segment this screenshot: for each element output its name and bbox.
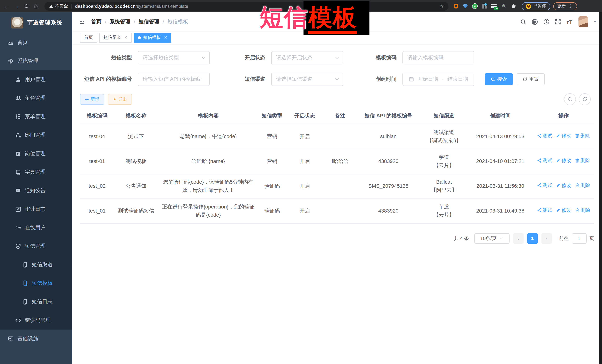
extension-gem-icon[interactable] (463, 4, 468, 8)
font-size-icon[interactable]: TT (566, 19, 573, 25)
table-cell: 验证码 (259, 198, 285, 223)
row-action-删除[interactable]: 删除 (575, 182, 590, 189)
export-button-label: 导出 (118, 96, 127, 102)
sidebar-item-用户管理[interactable]: 用户管理 (0, 70, 72, 89)
browser-reload-button[interactable] (22, 1, 31, 11)
row-action-删除[interactable]: 删除 (575, 132, 590, 140)
add-button-label: 新增 (90, 96, 99, 102)
browser-update-chip[interactable]: 更新 ⋮ (553, 2, 577, 10)
row-action-修改[interactable]: 修改 (556, 207, 571, 214)
next-page-button[interactable]: › (541, 233, 552, 243)
monitor-icon (8, 336, 14, 342)
table-cell-actions: 测试修改删除 (533, 174, 594, 198)
extension-y-icon[interactable]: y (472, 3, 478, 9)
sidebar-item-label: 菜单管理 (25, 113, 46, 120)
row-action-修改[interactable]: 修改 (556, 132, 571, 140)
row-action-修改[interactable]: 修改 (556, 182, 571, 189)
show-search-toggle-button[interactable] (564, 93, 576, 105)
sidebar-item-部门管理[interactable]: 部门管理 (0, 126, 72, 145)
add-button[interactable]: 新增 (80, 94, 104, 105)
row-action-测试[interactable]: 测试 (537, 207, 552, 214)
sidebar: 芋道管理系统 首页系统管理用户管理角色管理菜单管理部门管理岗位管理字典管理通知公… (0, 12, 72, 364)
table-cell: suibian (356, 124, 420, 149)
sidebar-item-短信管理[interactable]: 短信管理 (0, 237, 72, 256)
template-code-input[interactable]: 请输入模板编码 (402, 51, 474, 64)
sidebar-item-label: 通知公告 (25, 187, 46, 194)
extension-magnifier-icon[interactable] (501, 3, 506, 9)
extension-list-icon[interactable]: on (491, 4, 497, 9)
row-action-测试[interactable]: 测试 (537, 182, 552, 189)
sidebar-item-系统管理[interactable]: 系统管理 (0, 52, 72, 70)
open-status-select[interactable]: 请选择开启状态 (271, 51, 343, 64)
profile-paused-chip[interactable]: 已暂停 (522, 2, 550, 10)
search-icon[interactable] (520, 19, 526, 25)
reset-button[interactable]: 重置 (516, 73, 545, 85)
browser-back-button[interactable]: ← (2, 1, 12, 11)
sidebar-item-菜单管理[interactable]: 菜单管理 (0, 107, 72, 126)
sidebar-item-字典管理[interactable]: 字典管理 (0, 163, 72, 181)
avatar-caret-icon[interactable]: ▼ (593, 20, 597, 24)
annotation-title: 短信模板 (259, 4, 357, 31)
prev-page-button[interactable]: ‹ (513, 233, 523, 243)
create-time-range-picker[interactable]: 开始日期 - 结束日期 (402, 73, 474, 86)
browser-menu-icon[interactable]: ⋮ (569, 4, 573, 9)
page-number-1[interactable]: 1 (527, 233, 538, 243)
extension-grid-icon[interactable] (482, 4, 487, 9)
browser-forward-button[interactable]: → (12, 1, 22, 11)
github-icon[interactable] (531, 18, 538, 25)
sidebar-item-label: 岗位管理 (25, 150, 46, 157)
close-icon[interactable]: ✕ (124, 35, 128, 40)
reload-icon (24, 4, 29, 9)
row-action-测试[interactable]: 测试 (537, 157, 552, 164)
dashboard-icon (8, 40, 14, 46)
api-template-id-input[interactable]: 请输入短信 API 的模板编 (138, 73, 210, 86)
annotation-part-red: 模板 (308, 4, 357, 34)
tab-首页[interactable]: 首页 (80, 33, 97, 42)
sms-channel-select[interactable]: 请选择短信渠道 (271, 73, 343, 86)
breadcrumb-item-首页[interactable]: 首页 (91, 18, 102, 25)
close-icon[interactable]: ✕ (164, 35, 167, 40)
help-icon[interactable]: ? (543, 19, 549, 25)
window-edge (599, 12, 602, 364)
sidebar-item-审计日志[interactable]: 审计日志 (0, 200, 72, 218)
security-indicator[interactable]: 不安全 (49, 3, 68, 9)
sidebar-item-短信模板[interactable]: 短信模板 (0, 274, 72, 292)
sidebar-item-基础设施[interactable]: 基础设施 (0, 330, 72, 348)
refresh-icon (523, 77, 527, 82)
puzzle-extensions-icon[interactable] (511, 3, 516, 9)
tab-短信模板[interactable]: 短信模板✕ (134, 33, 171, 42)
row-action-修改[interactable]: 修改 (556, 157, 571, 164)
app-logo-row[interactable]: 芋道管理系统 (0, 12, 72, 33)
address-bar[interactable]: 不安全 dashboard.yudao.iocoder.cn/system/sm… (44, 2, 448, 10)
browser-home-button[interactable] (31, 1, 41, 11)
breadcrumb-item-短信管理[interactable]: 短信管理 (139, 18, 159, 25)
sidebar-item-短信渠道[interactable]: 短信渠道 (0, 256, 72, 274)
goto-page-input[interactable] (572, 233, 586, 243)
sidebar-item-首页[interactable]: 首页 (0, 33, 72, 52)
sidebar-item-岗位管理[interactable]: 岗位管理 (0, 145, 72, 163)
extension-ring-icon[interactable] (454, 4, 458, 9)
sidebar-item-错误码管理[interactable]: 错误码管理 (0, 311, 72, 330)
search-button[interactable]: 搜索 (485, 73, 513, 85)
refresh-table-button[interactable] (579, 93, 591, 105)
sidebar-item-短信日志[interactable]: 短信日志 (0, 292, 72, 311)
export-button[interactable]: 导出 (108, 94, 132, 105)
row-action-删除[interactable]: 删除 (575, 157, 590, 164)
table-cell: 营销 (259, 124, 285, 149)
tab-短信渠道[interactable]: 短信渠道✕ (99, 33, 131, 42)
breadcrumb-item-系统管理[interactable]: 系统管理 (110, 18, 130, 25)
share-icon (537, 134, 542, 138)
fullscreen-icon[interactable] (555, 19, 561, 25)
sms-type-select[interactable]: 请选择短信类型 (138, 51, 210, 64)
row-action-测试[interactable]: 测试 (537, 132, 552, 140)
user-avatar[interactable] (578, 16, 588, 27)
sidebar-item-在线用户[interactable]: 在线用户 (0, 218, 72, 237)
row-action-删除[interactable]: 删除 (575, 207, 590, 214)
table-cell: 测试下 (114, 124, 158, 149)
hamburger-icon[interactable] (79, 19, 85, 24)
sidebar-item-角色管理[interactable]: 角色管理 (0, 89, 72, 107)
bookmark-star-icon[interactable]: ☆ (440, 3, 444, 9)
phone-icon (22, 299, 28, 305)
sidebar-item-通知公告[interactable]: 通知公告 (0, 181, 72, 200)
page-size-select[interactable]: 10条/页 (474, 233, 509, 243)
